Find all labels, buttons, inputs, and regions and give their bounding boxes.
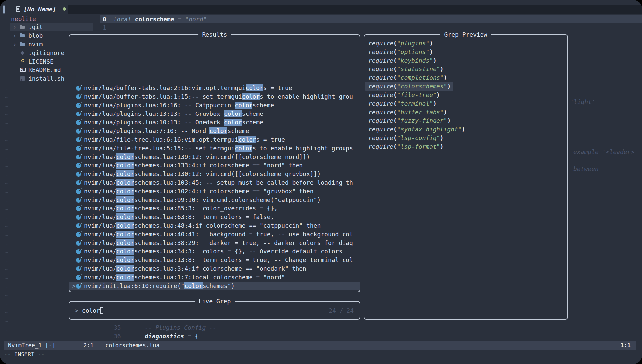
tree-item-label: .git [28, 23, 43, 30]
result-text-post: schemes.lua:99:10: vim.cmd.colorscheme("… [134, 196, 321, 203]
result-row[interactable]: nvim/lua/colorschemes.lua:103:45: -- set… [69, 178, 360, 187]
result-text: nvim/lua/plugins.lua:7:10: -- Nord color… [84, 127, 249, 134]
preview-line-text: require("colorschemes") [365, 82, 453, 91]
result-text-post: schemes.lua:85:3: color_overrides = {}, [134, 205, 278, 212]
result-row[interactable]: nvim/lua/colorschemes.lua:85:3: color_ov… [69, 204, 360, 213]
paren-token: ) [433, 57, 436, 64]
result-text-pre: nvim/lua/plugins.lua:13:13: -- Gruvbox [84, 110, 224, 117]
result-row[interactable]: nvim/lua/colorschemes.lua:139:12: vim.cm… [69, 153, 360, 161]
function-token: require [368, 48, 393, 55]
result-row[interactable]: nvim/lua/file-tree.lua:5:15:-- set termg… [69, 144, 360, 153]
result-row[interactable]: nvim/lua/colorschemes.lua:102:4:if color… [69, 187, 360, 196]
keyword-token: local [114, 16, 131, 23]
lua-icon [76, 258, 81, 263]
result-text: nvim/lua/colorschemes.lua:40:41: backgro… [84, 231, 353, 238]
paren-token: ( [393, 91, 397, 98]
tilde-marker: ~ [5, 154, 8, 162]
result-row[interactable]: nvim/lua/file-tree.lua:6:16:vim.opt.term… [69, 135, 360, 144]
folder-icon [20, 24, 25, 29]
preview-line-text: require("terminal") [365, 99, 439, 108]
preview-line: require("colorschemes") [368, 82, 565, 91]
result-text-pre: nvim/lua/ [84, 188, 116, 195]
result-text-post: schemes.lua:139:12: vim.cmd([[colorschem… [134, 153, 310, 160]
result-text: nvim/lua/colorschemes.lua:99:10: vim.cmd… [84, 196, 321, 203]
result-text-pre: nvim/lua/ [84, 162, 116, 169]
result-row[interactable]: nvim/lua/colorschemes.lua:133:4:if color… [69, 161, 360, 170]
mode-indicator: -- INSERT -- [4, 350, 45, 359]
paren-token: ( [393, 83, 397, 90]
result-row[interactable]: nvim/lua/colorschemes.lua:40:41: backgro… [69, 230, 360, 239]
result-text: nvim/init.lua:6:10:require("colorschemes… [84, 282, 235, 289]
string-token: "lsp-config" [397, 134, 440, 141]
paren-token: ) [444, 74, 447, 81]
lua-icon [76, 172, 81, 177]
tilde-marker: ~ [5, 248, 8, 257]
result-row[interactable]: nvim/lua/buffer-tabs.lua:2:16:vim.opt.te… [69, 84, 360, 92]
lua-icon [76, 284, 81, 289]
result-row[interactable]: >nvim/init.lua:6:10:require("colorscheme… [69, 282, 360, 290]
result-text-post: schemes.lua:102:4:if colorscheme == "gru… [134, 188, 314, 195]
lua-icon [76, 155, 81, 159]
result-row[interactable]: nvim/lua/colorschemes.lua:34:3: colors =… [69, 247, 360, 256]
identifier-token: diagnostics [145, 333, 184, 340]
result-row[interactable]: nvim/lua/colorschemes.lua:13:8: term_col… [69, 256, 360, 264]
result-text: nvim/lua/file-tree.lua:6:16:vim.opt.term… [84, 136, 285, 143]
preview-line: require("completions") [368, 73, 565, 82]
result-row[interactable]: nvim/lua/colorschemes.lua:130:12: vim.cm… [69, 170, 360, 178]
result-text-pre: nvim/lua/buffer-tabs.lua:2:16:vim.opt.te… [84, 84, 246, 91]
lua-icon [76, 120, 81, 125]
function-token: require [368, 134, 393, 141]
result-row[interactable]: nvim/lua/colorschemes.lua:3:4:if colorsc… [69, 264, 360, 273]
result-text-post: schemes") [203, 282, 235, 289]
tree-item--git[interactable]: ›.git [10, 23, 93, 31]
result-text: nvim/lua/colorschemes.lua:139:12: vim.cm… [84, 153, 310, 160]
result-text: nvim/lua/colorschemes.lua:48:4:if colors… [84, 222, 321, 229]
operator-token: = [178, 16, 182, 23]
result-row[interactable]: nvim/lua/colorschemes.lua:1:7:local colo… [69, 273, 360, 282]
result-row[interactable]: nvim/lua/buffer-tabs.lua:1:15:-- set ter… [69, 92, 360, 101]
result-text: nvim/lua/colorschemes.lua:102:4:if color… [84, 188, 314, 195]
paren-token: ( [393, 117, 397, 124]
line-number-36: 36 [114, 333, 121, 340]
tree-item-label: blob [28, 32, 43, 39]
text-cursor [100, 307, 103, 314]
statusline-buffer-name: NvimTree_1 [-] [8, 341, 55, 350]
tilde-marker: ~ [5, 93, 8, 102]
result-text: nvim/lua/buffer-tabs.lua:1:15:-- set ter… [84, 93, 353, 100]
preview-line-text: require("buffer-tabs") [365, 108, 450, 116]
file-icon [16, 6, 20, 12]
lua-icon [76, 112, 81, 116]
lua-icon [76, 129, 81, 134]
result-text: nvim/lua/colorschemes.lua:85:3: color_ov… [84, 205, 278, 212]
result-text-post: schemes.lua:13:8: term_colors = true, --… [134, 256, 353, 263]
lua-icon [76, 137, 81, 142]
paren-token: ( [393, 48, 397, 55]
result-row[interactable]: nvim/lua/plugins.lua:10:13: -- Onedark c… [69, 118, 360, 127]
paren-token: ( [393, 57, 397, 64]
result-row[interactable]: nvim/lua/colorschemes.lua:99:10: vim.cmd… [69, 196, 360, 204]
result-text: nvim/lua/plugins.lua:13:13: -- Gruvbox c… [84, 110, 263, 117]
lua-icon [76, 163, 81, 168]
result-row[interactable]: nvim/lua/colorschemes.lua:38:29: darker … [69, 239, 360, 247]
result-row[interactable]: nvim/lua/plugins.lua:16:16: -- Catppucci… [69, 101, 360, 110]
code-line-36: diagnostics = { [145, 333, 199, 340]
match-highlight: color [116, 222, 134, 229]
match-highlight: color [116, 213, 134, 220]
paren-token: ) [462, 126, 465, 133]
diamond-icon [20, 50, 25, 55]
buffer-tab[interactable]: [No Name] [16, 4, 66, 14]
result-text: nvim/lua/plugins.lua:10:13: -- Onedark c… [84, 119, 263, 126]
result-row[interactable]: nvim/lua/colorschemes.lua:63:8: term_col… [69, 213, 360, 221]
tilde-marker: ~ [5, 214, 8, 222]
result-row[interactable]: nvim/lua/colorschemes.lua:48:4:if colors… [69, 221, 360, 230]
preview-line: require("syntax-highlight") [368, 125, 565, 134]
tilde-marker: ~ [5, 171, 8, 179]
result-text-post: schemes.lua:3:4:if colorscheme == "oneda… [134, 265, 306, 272]
result-row[interactable]: nvim/lua/plugins.lua:7:10: -- Nord color… [69, 127, 360, 135]
sidebar-tildes: ~~~~~~~~~~~~~~~~~~~~~~~~~~~~~ [5, 85, 8, 334]
tilde-marker: ~ [5, 222, 8, 231]
preview-line: require("statusline") [368, 65, 565, 73]
paren-token: ( [393, 134, 397, 141]
result-row[interactable]: nvim/lua/plugins.lua:13:13: -- Gruvbox c… [69, 110, 360, 118]
grep-input[interactable]: > color [75, 307, 103, 314]
